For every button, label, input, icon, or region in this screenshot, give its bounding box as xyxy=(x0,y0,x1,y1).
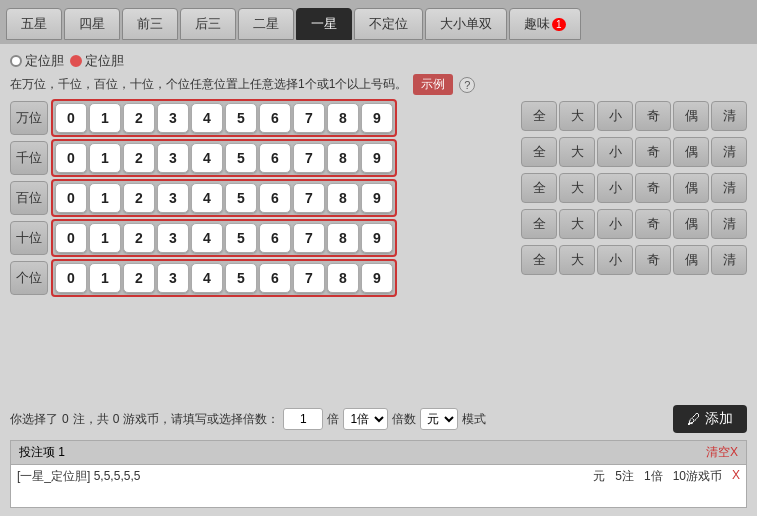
row-label-gewei[interactable]: 个位 xyxy=(10,261,48,295)
radio-option-1[interactable]: 定位胆 xyxy=(10,52,64,70)
clear-button[interactable]: 清空X xyxy=(706,444,738,461)
currency-select[interactable]: 元 角 xyxy=(420,408,458,430)
attr-qing-4[interactable]: 清 xyxy=(711,209,747,239)
attr-ou-4[interactable]: 偶 xyxy=(673,209,709,239)
attr-qi-1[interactable]: 奇 xyxy=(635,101,671,131)
num-wanwei-1[interactable]: 1 xyxy=(89,103,121,133)
num-gewei-0[interactable]: 0 xyxy=(55,263,87,293)
attr-qing-1[interactable]: 清 xyxy=(711,101,747,131)
num-baiwei-4[interactable]: 4 xyxy=(191,183,223,213)
num-baiwei-3[interactable]: 3 xyxy=(157,183,189,213)
num-qianwei-1[interactable]: 1 xyxy=(89,143,121,173)
attr-xiao-3[interactable]: 小 xyxy=(597,173,633,203)
attr-quan-2[interactable]: 全 xyxy=(521,137,557,167)
tab-erxing[interactable]: 二星 xyxy=(238,8,294,40)
num-wanwei-7[interactable]: 7 xyxy=(293,103,325,133)
attr-quan-3[interactable]: 全 xyxy=(521,173,557,203)
tab-yixing[interactable]: 一星 xyxy=(296,8,352,40)
attr-qing-5[interactable]: 清 xyxy=(711,245,747,275)
num-gewei-6[interactable]: 6 xyxy=(259,263,291,293)
num-qianwei-7[interactable]: 7 xyxy=(293,143,325,173)
num-shiwei-7[interactable]: 7 xyxy=(293,223,325,253)
attr-da-5[interactable]: 大 xyxy=(559,245,595,275)
attr-quan-5[interactable]: 全 xyxy=(521,245,557,275)
help-icon[interactable]: ? xyxy=(459,77,475,93)
bet-item-close[interactable]: X xyxy=(732,468,740,485)
num-wanwei-0[interactable]: 0 xyxy=(55,103,87,133)
attr-qi-5[interactable]: 奇 xyxy=(635,245,671,275)
attr-quan-4[interactable]: 全 xyxy=(521,209,557,239)
num-baiwei-9[interactable]: 9 xyxy=(361,183,393,213)
attr-quan-1[interactable]: 全 xyxy=(521,101,557,131)
num-baiwei-2[interactable]: 2 xyxy=(123,183,155,213)
row-label-shiwei[interactable]: 十位 xyxy=(10,221,48,255)
attr-qi-4[interactable]: 奇 xyxy=(635,209,671,239)
num-shiwei-4[interactable]: 4 xyxy=(191,223,223,253)
num-wanwei-3[interactable]: 3 xyxy=(157,103,189,133)
num-baiwei-0[interactable]: 0 xyxy=(55,183,87,213)
attr-qing-2[interactable]: 清 xyxy=(711,137,747,167)
attr-qi-3[interactable]: 奇 xyxy=(635,173,671,203)
num-gewei-9[interactable]: 9 xyxy=(361,263,393,293)
num-baiwei-8[interactable]: 8 xyxy=(327,183,359,213)
num-qianwei-6[interactable]: 6 xyxy=(259,143,291,173)
tab-housan[interactable]: 后三 xyxy=(180,8,236,40)
attr-ou-5[interactable]: 偶 xyxy=(673,245,709,275)
attr-ou-3[interactable]: 偶 xyxy=(673,173,709,203)
row-label-qianwei[interactable]: 千位 xyxy=(10,141,48,175)
attr-xiao-1[interactable]: 小 xyxy=(597,101,633,131)
attr-xiao-4[interactable]: 小 xyxy=(597,209,633,239)
num-qianwei-0[interactable]: 0 xyxy=(55,143,87,173)
num-qianwei-9[interactable]: 9 xyxy=(361,143,393,173)
tab-quwei[interactable]: 趣味1 xyxy=(509,8,581,40)
attr-qi-2[interactable]: 奇 xyxy=(635,137,671,167)
attr-ou-1[interactable]: 偶 xyxy=(673,101,709,131)
num-gewei-1[interactable]: 1 xyxy=(89,263,121,293)
tab-daxiao[interactable]: 大小单双 xyxy=(425,8,507,40)
multiplier-input[interactable] xyxy=(283,408,323,430)
num-gewei-5[interactable]: 5 xyxy=(225,263,257,293)
num-wanwei-4[interactable]: 4 xyxy=(191,103,223,133)
num-qianwei-3[interactable]: 3 xyxy=(157,143,189,173)
num-gewei-4[interactable]: 4 xyxy=(191,263,223,293)
tab-sixing[interactable]: 四星 xyxy=(64,8,120,40)
num-shiwei-0[interactable]: 0 xyxy=(55,223,87,253)
times-select[interactable]: 1倍 2倍 3倍 xyxy=(343,408,388,430)
example-button[interactable]: 示例 xyxy=(413,74,453,95)
tab-wuxing[interactable]: 五星 xyxy=(6,8,62,40)
tab-qiansan[interactable]: 前三 xyxy=(122,8,178,40)
attr-da-4[interactable]: 大 xyxy=(559,209,595,239)
num-baiwei-1[interactable]: 1 xyxy=(89,183,121,213)
num-gewei-3[interactable]: 3 xyxy=(157,263,189,293)
num-wanwei-8[interactable]: 8 xyxy=(327,103,359,133)
num-wanwei-5[interactable]: 5 xyxy=(225,103,257,133)
num-shiwei-1[interactable]: 1 xyxy=(89,223,121,253)
num-shiwei-3[interactable]: 3 xyxy=(157,223,189,253)
num-qianwei-5[interactable]: 5 xyxy=(225,143,257,173)
radio-option-2[interactable]: 定位胆 xyxy=(70,52,124,70)
num-shiwei-8[interactable]: 8 xyxy=(327,223,359,253)
num-shiwei-2[interactable]: 2 xyxy=(123,223,155,253)
row-label-baiwei[interactable]: 百位 xyxy=(10,181,48,215)
num-shiwei-5[interactable]: 5 xyxy=(225,223,257,253)
num-qianwei-8[interactable]: 8 xyxy=(327,143,359,173)
num-wanwei-2[interactable]: 2 xyxy=(123,103,155,133)
num-gewei-7[interactable]: 7 xyxy=(293,263,325,293)
num-gewei-8[interactable]: 8 xyxy=(327,263,359,293)
row-label-wanwei[interactable]: 万位 xyxy=(10,101,48,135)
tab-budingwei[interactable]: 不定位 xyxy=(354,8,423,40)
attr-qing-3[interactable]: 清 xyxy=(711,173,747,203)
num-wanwei-9[interactable]: 9 xyxy=(361,103,393,133)
attr-da-2[interactable]: 大 xyxy=(559,137,595,167)
attr-xiao-5[interactable]: 小 xyxy=(597,245,633,275)
num-qianwei-4[interactable]: 4 xyxy=(191,143,223,173)
num-qianwei-2[interactable]: 2 xyxy=(123,143,155,173)
num-shiwei-9[interactable]: 9 xyxy=(361,223,393,253)
num-baiwei-6[interactable]: 6 xyxy=(259,183,291,213)
num-baiwei-7[interactable]: 7 xyxy=(293,183,325,213)
num-baiwei-5[interactable]: 5 xyxy=(225,183,257,213)
add-button[interactable]: 🖊 添加 xyxy=(673,405,747,433)
num-wanwei-6[interactable]: 6 xyxy=(259,103,291,133)
attr-xiao-2[interactable]: 小 xyxy=(597,137,633,167)
num-gewei-2[interactable]: 2 xyxy=(123,263,155,293)
